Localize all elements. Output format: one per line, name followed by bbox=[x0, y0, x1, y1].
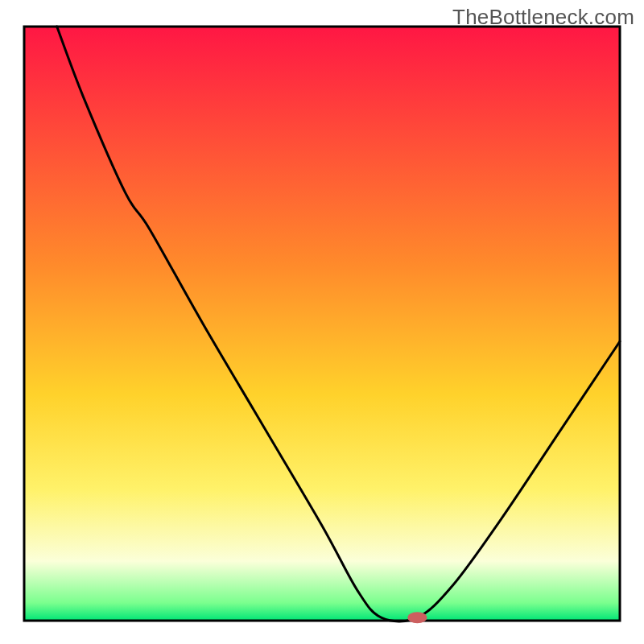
chart-container: TheBottleneck.com bbox=[0, 0, 644, 644]
plot-background bbox=[24, 27, 620, 621]
optimal-marker bbox=[407, 612, 427, 623]
bottleneck-chart bbox=[0, 0, 644, 644]
watermark-text: TheBottleneck.com bbox=[452, 5, 634, 30]
